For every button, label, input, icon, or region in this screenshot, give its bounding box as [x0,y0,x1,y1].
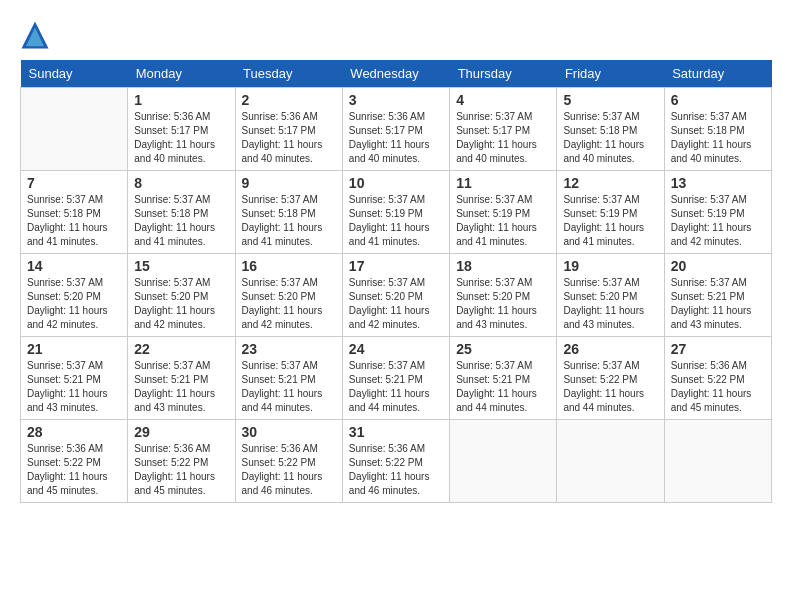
page-header [20,20,772,50]
weekday-header-saturday: Saturday [664,60,771,88]
calendar-cell: 24Sunrise: 5:37 AMSunset: 5:21 PMDayligh… [342,337,449,420]
calendar-cell: 28Sunrise: 5:36 AMSunset: 5:22 PMDayligh… [21,420,128,503]
calendar-week-1: 1Sunrise: 5:36 AMSunset: 5:17 PMDaylight… [21,88,772,171]
day-number: 5 [563,92,657,108]
day-number: 20 [671,258,765,274]
day-info: Sunrise: 5:37 AMSunset: 5:22 PMDaylight:… [563,359,657,415]
day-number: 18 [456,258,550,274]
day-info: Sunrise: 5:36 AMSunset: 5:22 PMDaylight:… [27,442,121,498]
weekday-header-friday: Friday [557,60,664,88]
day-info: Sunrise: 5:36 AMSunset: 5:22 PMDaylight:… [134,442,228,498]
logo-icon [20,20,50,50]
day-number: 14 [27,258,121,274]
calendar-cell: 26Sunrise: 5:37 AMSunset: 5:22 PMDayligh… [557,337,664,420]
day-number: 21 [27,341,121,357]
calendar-cell: 2Sunrise: 5:36 AMSunset: 5:17 PMDaylight… [235,88,342,171]
day-number: 13 [671,175,765,191]
day-number: 15 [134,258,228,274]
day-number: 17 [349,258,443,274]
day-number: 16 [242,258,336,274]
day-info: Sunrise: 5:37 AMSunset: 5:18 PMDaylight:… [563,110,657,166]
calendar-cell: 15Sunrise: 5:37 AMSunset: 5:20 PMDayligh… [128,254,235,337]
day-info: Sunrise: 5:37 AMSunset: 5:20 PMDaylight:… [134,276,228,332]
calendar-week-5: 28Sunrise: 5:36 AMSunset: 5:22 PMDayligh… [21,420,772,503]
calendar-cell: 27Sunrise: 5:36 AMSunset: 5:22 PMDayligh… [664,337,771,420]
calendar-cell: 13Sunrise: 5:37 AMSunset: 5:19 PMDayligh… [664,171,771,254]
calendar-week-4: 21Sunrise: 5:37 AMSunset: 5:21 PMDayligh… [21,337,772,420]
calendar-cell: 6Sunrise: 5:37 AMSunset: 5:18 PMDaylight… [664,88,771,171]
weekday-header-row: SundayMondayTuesdayWednesdayThursdayFrid… [21,60,772,88]
calendar-cell: 8Sunrise: 5:37 AMSunset: 5:18 PMDaylight… [128,171,235,254]
day-info: Sunrise: 5:37 AMSunset: 5:18 PMDaylight:… [671,110,765,166]
day-info: Sunrise: 5:37 AMSunset: 5:17 PMDaylight:… [456,110,550,166]
weekday-header-thursday: Thursday [450,60,557,88]
weekday-header-wednesday: Wednesday [342,60,449,88]
day-info: Sunrise: 5:37 AMSunset: 5:20 PMDaylight:… [456,276,550,332]
calendar-cell: 23Sunrise: 5:37 AMSunset: 5:21 PMDayligh… [235,337,342,420]
calendar-cell: 4Sunrise: 5:37 AMSunset: 5:17 PMDaylight… [450,88,557,171]
calendar-cell: 10Sunrise: 5:37 AMSunset: 5:19 PMDayligh… [342,171,449,254]
day-number: 8 [134,175,228,191]
calendar-cell: 3Sunrise: 5:36 AMSunset: 5:17 PMDaylight… [342,88,449,171]
day-number: 19 [563,258,657,274]
day-number: 3 [349,92,443,108]
day-info: Sunrise: 5:36 AMSunset: 5:22 PMDaylight:… [242,442,336,498]
day-number: 6 [671,92,765,108]
calendar-cell: 11Sunrise: 5:37 AMSunset: 5:19 PMDayligh… [450,171,557,254]
calendar-cell: 31Sunrise: 5:36 AMSunset: 5:22 PMDayligh… [342,420,449,503]
day-info: Sunrise: 5:37 AMSunset: 5:21 PMDaylight:… [134,359,228,415]
day-number: 26 [563,341,657,357]
calendar-cell [557,420,664,503]
day-info: Sunrise: 5:36 AMSunset: 5:17 PMDaylight:… [349,110,443,166]
day-info: Sunrise: 5:36 AMSunset: 5:17 PMDaylight:… [242,110,336,166]
day-info: Sunrise: 5:37 AMSunset: 5:19 PMDaylight:… [349,193,443,249]
day-number: 2 [242,92,336,108]
calendar-week-3: 14Sunrise: 5:37 AMSunset: 5:20 PMDayligh… [21,254,772,337]
day-info: Sunrise: 5:37 AMSunset: 5:20 PMDaylight:… [349,276,443,332]
calendar-cell: 29Sunrise: 5:36 AMSunset: 5:22 PMDayligh… [128,420,235,503]
day-number: 7 [27,175,121,191]
weekday-header-monday: Monday [128,60,235,88]
calendar-cell: 5Sunrise: 5:37 AMSunset: 5:18 PMDaylight… [557,88,664,171]
calendar-cell: 30Sunrise: 5:36 AMSunset: 5:22 PMDayligh… [235,420,342,503]
day-info: Sunrise: 5:37 AMSunset: 5:20 PMDaylight:… [563,276,657,332]
day-info: Sunrise: 5:37 AMSunset: 5:19 PMDaylight:… [456,193,550,249]
weekday-header-tuesday: Tuesday [235,60,342,88]
day-info: Sunrise: 5:36 AMSunset: 5:22 PMDaylight:… [349,442,443,498]
calendar-cell: 16Sunrise: 5:37 AMSunset: 5:20 PMDayligh… [235,254,342,337]
day-number: 9 [242,175,336,191]
day-number: 12 [563,175,657,191]
day-number: 4 [456,92,550,108]
calendar-cell: 1Sunrise: 5:36 AMSunset: 5:17 PMDaylight… [128,88,235,171]
day-info: Sunrise: 5:37 AMSunset: 5:18 PMDaylight:… [134,193,228,249]
logo [20,20,54,50]
day-info: Sunrise: 5:36 AMSunset: 5:22 PMDaylight:… [671,359,765,415]
calendar-week-2: 7Sunrise: 5:37 AMSunset: 5:18 PMDaylight… [21,171,772,254]
day-info: Sunrise: 5:37 AMSunset: 5:21 PMDaylight:… [456,359,550,415]
day-info: Sunrise: 5:37 AMSunset: 5:21 PMDaylight:… [349,359,443,415]
calendar-cell: 12Sunrise: 5:37 AMSunset: 5:19 PMDayligh… [557,171,664,254]
day-info: Sunrise: 5:37 AMSunset: 5:20 PMDaylight:… [27,276,121,332]
day-info: Sunrise: 5:37 AMSunset: 5:18 PMDaylight:… [27,193,121,249]
weekday-header-sunday: Sunday [21,60,128,88]
day-info: Sunrise: 5:37 AMSunset: 5:18 PMDaylight:… [242,193,336,249]
calendar-cell: 14Sunrise: 5:37 AMSunset: 5:20 PMDayligh… [21,254,128,337]
calendar-cell [450,420,557,503]
day-number: 30 [242,424,336,440]
day-number: 22 [134,341,228,357]
day-number: 11 [456,175,550,191]
calendar-cell: 22Sunrise: 5:37 AMSunset: 5:21 PMDayligh… [128,337,235,420]
day-number: 10 [349,175,443,191]
day-info: Sunrise: 5:37 AMSunset: 5:21 PMDaylight:… [242,359,336,415]
calendar-cell: 25Sunrise: 5:37 AMSunset: 5:21 PMDayligh… [450,337,557,420]
calendar-cell: 18Sunrise: 5:37 AMSunset: 5:20 PMDayligh… [450,254,557,337]
day-number: 31 [349,424,443,440]
calendar-cell: 7Sunrise: 5:37 AMSunset: 5:18 PMDaylight… [21,171,128,254]
calendar-cell: 17Sunrise: 5:37 AMSunset: 5:20 PMDayligh… [342,254,449,337]
day-number: 29 [134,424,228,440]
day-info: Sunrise: 5:37 AMSunset: 5:19 PMDaylight:… [563,193,657,249]
calendar-table: SundayMondayTuesdayWednesdayThursdayFrid… [20,60,772,503]
calendar-cell: 19Sunrise: 5:37 AMSunset: 5:20 PMDayligh… [557,254,664,337]
calendar-cell: 9Sunrise: 5:37 AMSunset: 5:18 PMDaylight… [235,171,342,254]
day-number: 1 [134,92,228,108]
